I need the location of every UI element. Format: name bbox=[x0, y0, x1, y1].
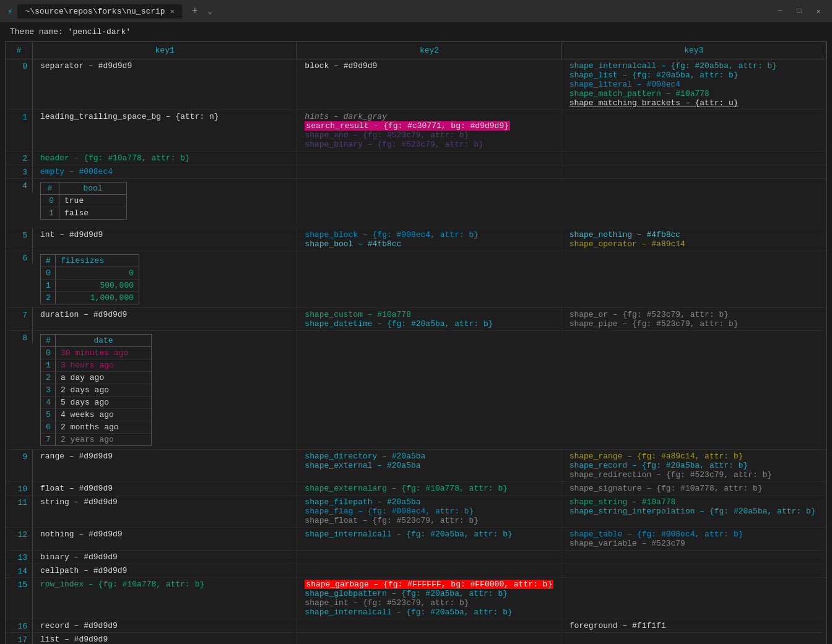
col3-cell bbox=[562, 179, 826, 182]
new-tab-button[interactable]: + bbox=[187, 6, 203, 17]
table-row: 4 # bool 0 true 1 false bbox=[6, 179, 826, 228]
col3-cell bbox=[562, 152, 826, 165]
table-row: 14 cellpath – #d9d9d9 bbox=[6, 564, 826, 578]
row-number: 17 bbox=[6, 633, 33, 644]
col2-cell bbox=[297, 564, 561, 577]
date-row: 0 30 minutes ago bbox=[41, 347, 151, 359]
header-key2: key2 bbox=[297, 42, 561, 59]
date-table: # date 0 30 minutes ago 1 3 hours ago 2 … bbox=[40, 334, 152, 446]
table-row: 6 # filesizes 0 0 1 500,000 2 1,000,000 bbox=[6, 251, 826, 308]
row-number: 16 bbox=[6, 619, 33, 632]
table-row: 11 string – #d9d9d9 shape_filepath – #20… bbox=[6, 496, 826, 528]
date-row: 2 a day ago bbox=[41, 372, 151, 384]
header-index: # bbox=[6, 42, 33, 59]
col1-cell: empty – #008ec4 bbox=[33, 165, 297, 178]
col3-cell bbox=[562, 551, 826, 564]
col3-cell bbox=[562, 165, 826, 178]
col3-cell: shape_range – {fg: #a89c14, attr: b} sha… bbox=[562, 450, 826, 481]
col1-cell: header – {fg: #10a778, attr: b} bbox=[33, 152, 297, 165]
col1-cell: row_index – {fg: #10a778, attr: b} bbox=[33, 578, 297, 619]
col1-cell: float – #d9d9d9 bbox=[33, 482, 297, 495]
table-row: 13 binary – #d9d9d9 bbox=[6, 551, 826, 564]
date-row: 7 2 years ago bbox=[41, 434, 151, 445]
inner-header-num: # bbox=[41, 182, 59, 194]
col2-cell: shape_externalarg – {fg: #10a778, attr: … bbox=[297, 482, 561, 495]
col3-cell bbox=[562, 578, 826, 619]
bool-table: # bool 0 true 1 false bbox=[40, 182, 127, 220]
date-row: 4 5 days ago bbox=[41, 397, 151, 409]
table-row: 10 float – #d9d9d9 shape_externalarg – {… bbox=[6, 482, 826, 496]
col2-cell: shape_internalcall – {fg: #20a5ba, attr:… bbox=[297, 528, 561, 550]
table-row: 1 leading_trailing_space_bg – {attr: n} … bbox=[6, 110, 826, 152]
garbage-highlight: shape_garbage – {fg: #FFFFFF, bg: #FF000… bbox=[305, 580, 553, 589]
col3-cell bbox=[562, 633, 826, 644]
main-table: # key1 key2 key3 0 separator – #d9d9d9 b… bbox=[5, 41, 827, 644]
col2-cell: shape_custom – #10a778 shape_datetime – … bbox=[297, 308, 561, 330]
maximize-button[interactable]: □ bbox=[794, 6, 805, 17]
minimize-button[interactable]: — bbox=[774, 6, 786, 17]
col1-cell: nothing – #d9d9d9 bbox=[33, 528, 297, 550]
row-number: 2 bbox=[6, 152, 33, 165]
table-row: 9 range – #d9d9d9 shape_directory – #20a… bbox=[6, 450, 826, 482]
col2-cell bbox=[297, 179, 561, 182]
date-row: 1 3 hours ago bbox=[41, 359, 151, 372]
row-number: 11 bbox=[6, 496, 33, 527]
col2-cell: shape_filepath – #20a5ba shape_flag – {f… bbox=[297, 496, 561, 527]
table-row: 0 separator – #d9d9d9 block – #d9d9d9 sh… bbox=[6, 59, 826, 110]
table-row: 2 header – {fg: #10a778, attr: b} bbox=[6, 152, 826, 165]
row-number: 13 bbox=[6, 551, 33, 564]
row-number: 12 bbox=[6, 528, 33, 550]
table-row: 12 nothing – #d9d9d9 shape_internalcall … bbox=[6, 528, 826, 551]
col3-cell bbox=[562, 251, 826, 255]
col3-cell: shape_signature – {fg: #10a778, attr: b} bbox=[562, 482, 826, 495]
row-number: 3 bbox=[6, 165, 33, 178]
date-row: 3 2 days ago bbox=[41, 384, 151, 397]
row-number: 7 bbox=[6, 308, 33, 330]
header-key3: key3 bbox=[562, 42, 826, 59]
row-number: 5 bbox=[6, 228, 33, 251]
filesizes-row: 1 500,000 bbox=[41, 280, 139, 292]
table-row: 5 int – #d9d9d9 shape_block – {fg: #008e… bbox=[6, 228, 826, 251]
col2-cell: shape_block – {fg: #008ec4, attr: b} sha… bbox=[297, 228, 561, 251]
window-controls: — □ ✕ bbox=[774, 6, 825, 17]
col3-cell bbox=[562, 564, 826, 577]
col1-cell: range – #d9d9d9 bbox=[33, 450, 297, 481]
table-header: # key1 key2 key3 bbox=[6, 42, 826, 59]
table-row: 7 duration – #d9d9d9 shape_custom – #10a… bbox=[6, 308, 826, 331]
col1-cell: duration – #d9d9d9 bbox=[33, 308, 297, 330]
col1-cell: separator – #d9d9d9 bbox=[33, 59, 297, 109]
row-number: 0 bbox=[6, 59, 33, 109]
col2-cell bbox=[297, 619, 561, 632]
col1-cell: binary – #d9d9d9 bbox=[33, 551, 297, 564]
col1-cell: cellpath – #d9d9d9 bbox=[33, 564, 297, 577]
col3-cell: shape_table – {fg: #008ec4, attr: b} sha… bbox=[562, 528, 826, 550]
col1-cell: # filesizes 0 0 1 500,000 2 1,000,000 bbox=[33, 251, 297, 307]
filesizes-table: # filesizes 0 0 1 500,000 2 1,000,000 bbox=[40, 254, 139, 304]
filesizes-row: 2 1,000,000 bbox=[41, 292, 139, 304]
col2-cell: block – #d9d9d9 bbox=[297, 59, 561, 109]
col1-cell: # date 0 30 minutes ago 1 3 hours ago 2 … bbox=[33, 331, 297, 449]
col2-cell: shape_garbage – {fg: #FFFFFF, bg: #FF000… bbox=[297, 578, 561, 619]
col3-cell bbox=[562, 110, 826, 151]
date-row: 6 2 months ago bbox=[41, 421, 151, 434]
col1-cell: record – #d9d9d9 bbox=[33, 619, 297, 632]
theme-name-line: Theme name: 'pencil-dark' bbox=[0, 22, 832, 41]
table-row: 8 # date 0 30 minutes ago 1 3 hours ago … bbox=[6, 331, 826, 450]
col1-cell: string – #d9d9d9 bbox=[33, 496, 297, 527]
row-number: 8 bbox=[6, 331, 33, 344]
tab-active[interactable]: ~\source\repos\forks\nu_scrip ✕ bbox=[17, 4, 181, 19]
col1-cell: list – #d9d9d9 bbox=[33, 633, 297, 644]
header-key1: key1 bbox=[33, 42, 297, 59]
col3-cell: foreground – #f1f1f1 bbox=[562, 619, 826, 632]
row-number: 1 bbox=[6, 110, 33, 151]
row-number: 9 bbox=[6, 450, 33, 481]
tab-dropdown-button[interactable]: ⌄ bbox=[208, 7, 212, 16]
close-button[interactable]: ✕ bbox=[813, 6, 825, 17]
row-number: 10 bbox=[6, 482, 33, 495]
close-tab-button[interactable]: ✕ bbox=[170, 7, 175, 16]
col3-cell: shape_nothing – #4fb8cc shape_operator –… bbox=[562, 228, 826, 251]
col2-cell bbox=[297, 633, 561, 644]
inner-row: 1 false bbox=[41, 207, 126, 219]
row-number: 15 bbox=[6, 578, 33, 619]
col3-cell: shape_or – {fg: #523c79, attr: b} shape_… bbox=[562, 308, 826, 330]
